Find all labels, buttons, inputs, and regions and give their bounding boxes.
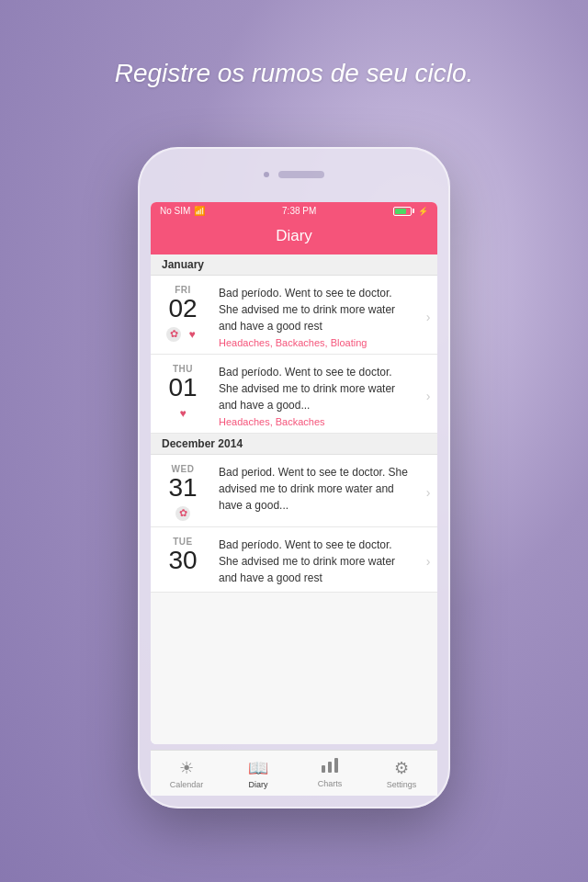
date-col-fri-02: FRI 02 ✿ ♥ xyxy=(151,285,215,348)
status-left: No SIM 📶 xyxy=(160,206,205,216)
heart-icon: ♥ xyxy=(185,327,199,342)
speaker-grille xyxy=(278,171,324,178)
item-text-fri-02: Bad período. Went to see te doctor. She … xyxy=(219,285,412,334)
item-text-tue-30: Bad período. Went to see te doctor. She … xyxy=(219,537,412,586)
battery-tip xyxy=(413,209,414,213)
phone-top xyxy=(138,147,450,202)
diary-item-thu-01[interactable]: THU 01 ♥ Bad período. Went to see te doc… xyxy=(151,355,437,434)
status-right: ⚡ xyxy=(393,207,428,216)
wifi-icon: 📶 xyxy=(194,206,205,216)
screen: No SIM 📶 7:38 PM ⚡ Diary January xyxy=(151,202,437,744)
item-body-wed-31: Bad period. Went to see te doctor. She a… xyxy=(215,464,419,521)
item-icons-wed: ✿ xyxy=(158,506,208,521)
battery-fill xyxy=(395,209,406,214)
item-body-fri-02: Bad período. Went to see te doctor. She … xyxy=(215,285,419,348)
item-text-thu-01: Bad período. Went to see te doctor. She … xyxy=(219,364,412,413)
no-sim-label: No SIM xyxy=(160,206,190,216)
date-col-thu-01: THU 01 ♥ xyxy=(151,364,215,427)
status-bar: No SIM 📶 7:38 PM ⚡ xyxy=(151,202,437,220)
item-body-thu-01: Bad período. Went to see te doctor. She … xyxy=(215,364,419,427)
phone-mockup: No SIM 📶 7:38 PM ⚡ Diary January xyxy=(138,147,450,808)
time-display: 7:38 PM xyxy=(282,206,316,216)
diary-item-fri-02[interactable]: FRI 02 ✿ ♥ Bad período. Went to see te d… xyxy=(151,276,437,355)
battery-body xyxy=(393,207,412,216)
chevron-icon-tue-30: › xyxy=(419,537,437,586)
diary-item-wed-31[interactable]: WED 31 ✿ Bad period. Went to see te doct… xyxy=(151,455,437,527)
heart-icon-thu: ♥ xyxy=(175,406,190,421)
item-tags-fri-02: Headaches, Backaches, Bloating xyxy=(219,337,412,348)
day-num-30: 30 xyxy=(158,547,208,575)
item-icons-thu: ♥ xyxy=(158,406,208,421)
day-num-31: 31 xyxy=(158,474,208,503)
flower-icon-wed: ✿ xyxy=(175,506,190,521)
section-header-december: December 2014 xyxy=(151,434,437,455)
tagline: Registre os rumos de seu ciclo. xyxy=(0,55,588,91)
diary-item-tue-30[interactable]: TUE 30 Bad período. Went to see te docto… xyxy=(151,527,437,593)
date-col-wed-31: WED 31 ✿ xyxy=(151,464,215,521)
flower-icon: ✿ xyxy=(166,327,181,342)
battery-indicator xyxy=(393,207,414,216)
nav-title: Diary xyxy=(276,227,312,244)
day-num-02: 02 xyxy=(158,295,208,323)
item-icons-fri: ✿ ♥ xyxy=(158,327,208,342)
chevron-icon-thu-01: › xyxy=(419,364,437,427)
nav-bar: Diary xyxy=(151,220,437,254)
diary-content: January FRI 02 ✿ ♥ Bad período. Went to … xyxy=(151,254,437,744)
front-camera xyxy=(264,172,269,177)
charging-icon: ⚡ xyxy=(418,207,428,216)
chevron-icon-fri-02: › xyxy=(419,285,437,348)
chevron-icon-wed-31: › xyxy=(419,464,437,521)
item-body-tue-30: Bad período. Went to see te doctor. She … xyxy=(215,537,419,586)
item-tags-thu-01: Headaches, Backaches xyxy=(219,416,412,427)
day-num-01: 01 xyxy=(158,374,208,402)
date-col-tue-30: TUE 30 xyxy=(151,537,215,586)
section-header-january: January xyxy=(151,254,437,276)
item-text-wed-31: Bad period. Went to see te doctor. She a… xyxy=(219,464,412,514)
